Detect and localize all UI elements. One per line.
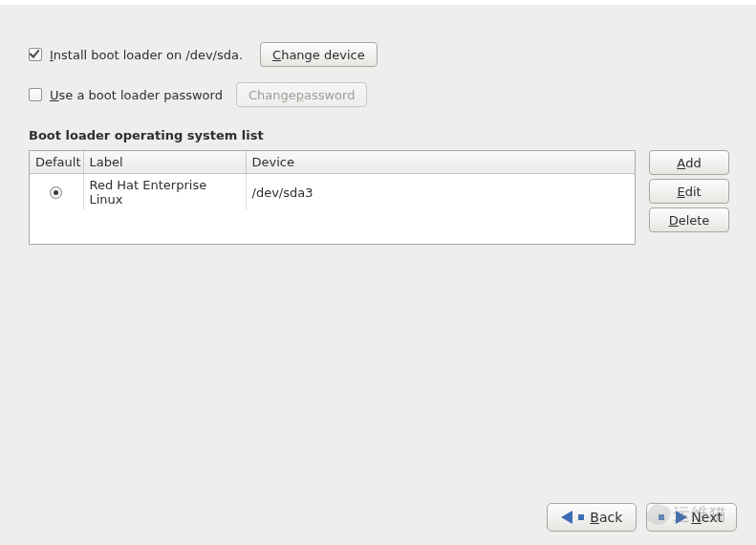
os-list-title: Boot loader operating system list bbox=[29, 128, 737, 142]
os-list-area: Default Label Device Red Hat Enterprise … bbox=[29, 150, 737, 245]
back-button[interactable]: Back bbox=[547, 503, 637, 532]
install-label-text: nstall boot loader on /dev/sda. bbox=[54, 48, 243, 62]
add-text: dd bbox=[685, 156, 702, 170]
install-bootloader-checkbox[interactable] bbox=[29, 48, 42, 61]
edit-text: dit bbox=[685, 185, 702, 199]
window-top-strip bbox=[0, 0, 756, 5]
wizard-footer: Back Next bbox=[547, 503, 737, 532]
edit-mnemonic: E bbox=[677, 185, 684, 199]
arrow-left-icon bbox=[561, 511, 590, 524]
back-text: ack bbox=[599, 510, 622, 525]
bootloader-password-label[interactable]: Use a boot loader password bbox=[50, 88, 223, 102]
delete-mnemonic: D bbox=[669, 213, 679, 228]
os-table-header-row: Default Label Device bbox=[30, 151, 635, 174]
password-mnemonic: U bbox=[50, 88, 59, 102]
change-device-text: hange device bbox=[281, 48, 365, 62]
change-password-pre: Change bbox=[248, 88, 296, 102]
col-header-device[interactable]: Device bbox=[246, 151, 635, 174]
next-mnemonic: N bbox=[691, 510, 701, 525]
cell-label[interactable]: Red Hat Enterprise Linux bbox=[83, 174, 246, 211]
add-button[interactable]: Add bbox=[649, 150, 729, 175]
arrow-right-icon bbox=[660, 511, 691, 524]
col-header-default[interactable]: Default bbox=[30, 151, 83, 174]
change-device-mnemonic: C bbox=[272, 48, 281, 62]
os-list-buttons: Add Edit Delete bbox=[649, 150, 729, 232]
back-mnemonic: B bbox=[590, 510, 599, 525]
change-password-mnemonic: p bbox=[296, 88, 304, 102]
default-radio[interactable] bbox=[50, 186, 62, 199]
bootloader-config-panel: Install boot loader on /dev/sda. Change … bbox=[29, 42, 737, 545]
delete-button[interactable]: Delete bbox=[649, 207, 729, 232]
next-button[interactable]: Next bbox=[646, 503, 737, 532]
change-password-button: Change password bbox=[236, 82, 368, 107]
cell-device[interactable]: /dev/sda3 bbox=[246, 174, 635, 211]
cell-default[interactable] bbox=[30, 174, 83, 211]
edit-button[interactable]: Edit bbox=[649, 179, 729, 204]
next-text: ext bbox=[702, 510, 723, 525]
delete-text: elete bbox=[679, 213, 710, 228]
install-bootloader-row: Install boot loader on /dev/sda. Change … bbox=[29, 42, 737, 67]
table-row[interactable]: Red Hat Enterprise Linux /dev/sda3 bbox=[30, 174, 635, 211]
bootloader-password-row: Use a boot loader password Change passwo… bbox=[29, 82, 737, 107]
bootloader-password-checkbox[interactable] bbox=[29, 88, 42, 101]
change-password-rest: assword bbox=[304, 88, 355, 102]
col-header-label[interactable]: Label bbox=[83, 151, 246, 174]
password-label-text: se a boot loader password bbox=[59, 88, 223, 102]
add-mnemonic: A bbox=[677, 156, 685, 170]
install-bootloader-label[interactable]: Install boot loader on /dev/sda. bbox=[50, 48, 243, 62]
os-table: Default Label Device Red Hat Enterprise … bbox=[29, 150, 636, 245]
change-device-button[interactable]: Change device bbox=[260, 42, 378, 67]
